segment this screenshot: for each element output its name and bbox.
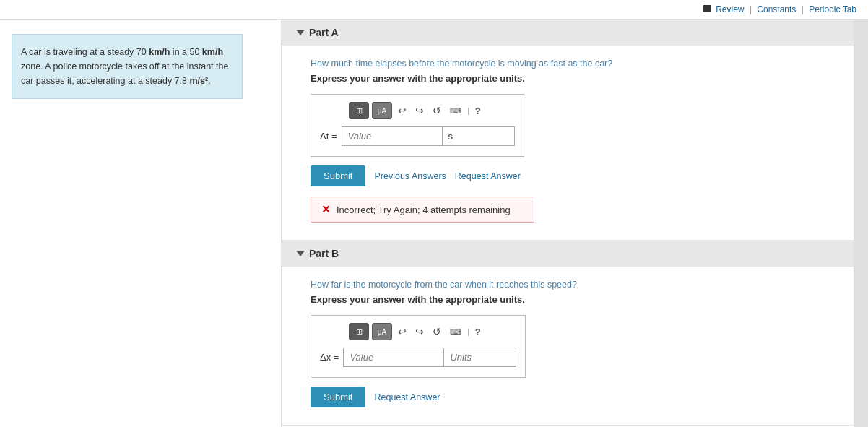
part-b-section: Part B How far is the motorcycle from th… bbox=[282, 241, 854, 426]
part-a-instruction: Express your answer with the appropriate… bbox=[311, 73, 825, 84]
top-bar: Review | Constants | Periodic Tab bbox=[0, 0, 868, 20]
grid-button-b[interactable]: ⊞ bbox=[349, 323, 369, 340]
unit-kmh-2: km/h bbox=[202, 47, 223, 57]
undo-icon-a[interactable]: ↩ bbox=[395, 103, 409, 118]
sep-a: | bbox=[467, 106, 469, 115]
refresh-icon-a[interactable]: ↺ bbox=[430, 103, 444, 118]
mu-button-b[interactable]: μA bbox=[372, 323, 392, 340]
part-b-header: Part B bbox=[282, 241, 854, 267]
part-a-previous-answers-link[interactable]: Previous Answers bbox=[374, 171, 446, 181]
part-b-input-row: Δx = bbox=[320, 348, 516, 367]
part-a-input-row: Δt = bbox=[320, 126, 515, 146]
right-nav: N bbox=[854, 20, 868, 427]
part-a-header: Part A bbox=[282, 20, 854, 46]
help-icon-b[interactable]: ? bbox=[472, 325, 484, 339]
part-b-request-answer-link[interactable]: Request Answer bbox=[374, 392, 440, 402]
part-b-units-input[interactable] bbox=[444, 348, 516, 367]
redo-icon-a[interactable]: ↪ bbox=[412, 103, 427, 118]
help-icon-a[interactable]: ? bbox=[472, 104, 484, 118]
part-b-answer-box: ⊞ μA ↩ ↪ ↺ ⌨ | ? Δx = bbox=[311, 315, 526, 378]
part-a-toolbar: ⊞ μA ↩ ↪ ↺ ⌨ | ? bbox=[320, 102, 515, 119]
part-b-label: Part B bbox=[309, 248, 339, 259]
part-a-question: How much time elapses before the motorcy… bbox=[311, 59, 825, 69]
unit-kmh-1: km/h bbox=[149, 47, 170, 57]
part-b-question: How far is the motorcycle from the car w… bbox=[311, 280, 825, 290]
grid-button-a[interactable]: ⊞ bbox=[349, 102, 369, 119]
problem-box: A car is traveling at a steady 70 km/h i… bbox=[12, 34, 243, 99]
sep1: | bbox=[750, 4, 754, 14]
unit-ms2: m/s² bbox=[189, 76, 208, 86]
undo-icon-b[interactable]: ↩ bbox=[395, 324, 409, 339]
part-b-value-input[interactable] bbox=[343, 348, 444, 367]
part-a-section: Part A How much time elapses before the … bbox=[282, 20, 854, 241]
sep-b: | bbox=[467, 327, 469, 336]
mu-button-a[interactable]: μA bbox=[372, 102, 392, 119]
refresh-icon-b[interactable]: ↺ bbox=[430, 324, 444, 339]
keyboard-icon-a[interactable]: ⌨ bbox=[447, 105, 464, 117]
part-a-error-message: Incorrect; Try Again; 4 attempts remaini… bbox=[337, 204, 511, 215]
collapse-triangle-a[interactable] bbox=[296, 30, 305, 35]
part-a-submit-button[interactable]: Submit bbox=[311, 165, 365, 186]
sep2: | bbox=[802, 4, 806, 14]
constants-link[interactable]: Constants bbox=[757, 4, 796, 14]
part-a-value-input[interactable] bbox=[342, 126, 443, 146]
redo-icon-b[interactable]: ↪ bbox=[412, 324, 427, 339]
part-b-submit-button[interactable]: Submit bbox=[311, 387, 365, 407]
part-a-label: Part A bbox=[309, 27, 339, 38]
problem-text: A car is traveling at a steady 70 km/h i… bbox=[21, 47, 228, 86]
part-b-instruction: Express your answer with the appropriate… bbox=[311, 294, 825, 305]
part-a-units-input[interactable] bbox=[443, 126, 515, 146]
periodic-link[interactable]: Periodic Tab bbox=[809, 4, 856, 14]
keyboard-icon-b[interactable]: ⌨ bbox=[447, 326, 464, 338]
part-a-body: How much time elapses before the motorcy… bbox=[282, 46, 854, 240]
review-icon bbox=[703, 5, 711, 12]
part-a-input-label: Δt = bbox=[320, 131, 337, 142]
part-a-answer-box: ⊞ μA ↩ ↪ ↺ ⌨ | ? Δt = bbox=[311, 94, 524, 157]
part-b-actions: Submit Request Answer bbox=[311, 387, 825, 407]
error-icon-a: ✕ bbox=[321, 203, 331, 216]
part-b-toolbar: ⊞ μA ↩ ↪ ↺ ⌨ | ? bbox=[320, 323, 516, 340]
sidebar: A car is traveling at a steady 70 km/h i… bbox=[0, 20, 282, 427]
part-b-input-label: Δx = bbox=[320, 352, 339, 363]
collapse-triangle-b[interactable] bbox=[296, 251, 305, 256]
part-a-request-answer-link[interactable]: Request Answer bbox=[455, 171, 521, 181]
main-content: Part A How much time elapses before the … bbox=[282, 20, 854, 427]
review-link[interactable]: Review bbox=[716, 4, 744, 14]
part-a-actions: Submit Previous Answers Request Answer bbox=[311, 165, 825, 186]
part-a-error-box: ✕ Incorrect; Try Again; 4 attempts remai… bbox=[311, 197, 534, 223]
part-b-body: How far is the motorcycle from the car w… bbox=[282, 267, 854, 425]
